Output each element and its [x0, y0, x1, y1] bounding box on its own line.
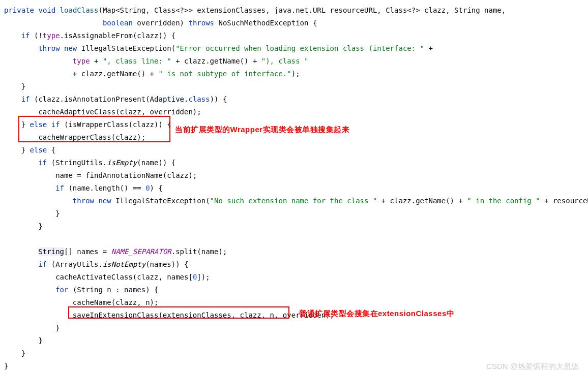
annotation-wrapper: 当前扩展类型的Wrapper实现类会被单独搜集起来	[175, 123, 349, 136]
code-block: private void loadClass(Map<String, Class…	[4, 4, 584, 372]
annotation-extension: 普通扩展类型会搜集在extensionClasses中	[299, 307, 454, 320]
